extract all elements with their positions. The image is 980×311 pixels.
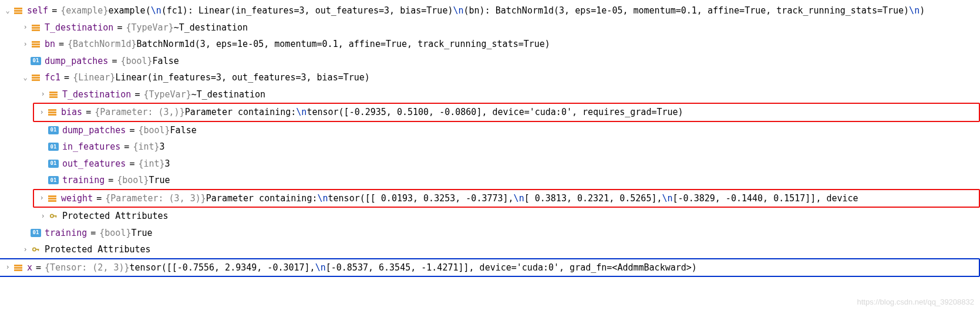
var-x[interactable]: › x = {Tensor: (2, 3)} tensor([[-0.7556,…	[0, 259, 979, 276]
object-icon	[47, 193, 58, 204]
object-icon	[13, 5, 23, 16]
var-value: tensor([[-0.7556, 2.9349, -0.3017],	[130, 259, 315, 276]
var-name: dump_patches	[62, 122, 126, 139]
var-dump-patches[interactable]: 01 dump_patches = {bool} False	[0, 53, 980, 70]
var-value: Parameter containing:	[206, 190, 318, 207]
var-value: 3	[165, 156, 170, 173]
primitive-icon: 01	[48, 176, 59, 184]
var-type: {BatchNorm1d}	[68, 36, 136, 53]
protected-attributes[interactable]: › Protected Attributes	[0, 241, 980, 258]
expand-arrow[interactable]: ›	[36, 106, 47, 119]
esc: \n	[662, 190, 672, 207]
equals: =	[87, 225, 99, 242]
esc: \n	[453, 2, 463, 19]
var-value: )	[920, 2, 925, 19]
var-value: [-0.8537, 6.3545, -1.4271]], device='cud…	[326, 259, 697, 276]
var-bias[interactable]: › bias = {Parameter: (3,)} Parameter con…	[34, 104, 979, 121]
var-fc1-training[interactable]: 01 training = {bool} True	[0, 172, 980, 189]
var-training[interactable]: 01 training = {bool} True	[0, 225, 980, 242]
var-name: T_destination	[62, 86, 131, 103]
object-icon	[31, 22, 41, 33]
var-fc1-tdestination[interactable]: › T_destination = {TypeVar} ~T_destinati…	[0, 86, 980, 103]
equals: =	[93, 190, 105, 207]
var-name: dump_patches	[45, 53, 108, 70]
expand-arrow[interactable]: ›	[20, 38, 31, 51]
var-tdestination[interactable]: › T_destination = {TypeVar} ~T_destinati…	[0, 19, 980, 36]
equals: =	[60, 69, 73, 86]
expand-arrow[interactable]: ›	[2, 261, 13, 274]
var-value: BatchNorm1d(3, eps=1e-05, momentum=0.1, …	[137, 36, 550, 53]
expand-arrow[interactable]: ⌄	[2, 4, 13, 18]
equals: =	[32, 259, 45, 276]
var-in-features[interactable]: 01 in_features = {int} 3	[0, 138, 980, 156]
expand-arrow[interactable]: ›	[20, 243, 31, 256]
primitive-icon: 01	[48, 143, 59, 151]
var-name: fc1	[45, 69, 60, 86]
highlight-x: › x = {Tensor: (2, 3)} tensor([[-0.7556,…	[0, 258, 980, 278]
var-name: in_features	[62, 138, 120, 156]
expand-arrow[interactable]: ›	[20, 21, 31, 34]
equals: =	[131, 86, 143, 103]
object-icon	[13, 262, 23, 273]
var-value: [ 0.3813, 0.2321, 0.5265],	[524, 190, 662, 207]
var-name: x	[27, 259, 32, 276]
var-type: {TypeVar}	[126, 19, 173, 36]
var-name: bn	[45, 36, 55, 53]
expand-arrow[interactable]: ›	[36, 191, 47, 205]
var-self[interactable]: ⌄ self = {example} example( \n (fc1): Li…	[0, 2, 980, 19]
expand-arrow[interactable]: ›	[38, 209, 48, 223]
var-value: True	[149, 172, 170, 189]
var-type: {example}	[60, 2, 108, 19]
esc: \n	[909, 2, 920, 19]
esc: \n	[151, 2, 161, 19]
equals: =	[108, 53, 120, 70]
var-type: {bool}	[138, 122, 170, 139]
highlight-weight: › weight = {Parameter: (3, 3)} Parameter…	[33, 189, 980, 208]
equals: =	[48, 2, 60, 19]
primitive-icon: 01	[31, 57, 41, 65]
var-type: {bool}	[120, 53, 152, 70]
var-name: training	[62, 172, 105, 189]
var-type: {Parameter: (3,)}	[95, 104, 185, 121]
var-type: {Linear}	[73, 69, 115, 86]
esc: \n	[514, 190, 524, 207]
var-type: {int}	[133, 138, 159, 156]
equals: =	[113, 19, 126, 36]
var-name: self	[27, 2, 48, 19]
var-name: bias	[61, 104, 82, 121]
equals: =	[55, 36, 68, 53]
equals: =	[120, 138, 133, 156]
object-icon	[31, 39, 41, 49]
key-icon	[31, 244, 41, 255]
esc: \n	[296, 104, 307, 121]
var-fc1-dump-patches[interactable]: 01 dump_patches = {bool} False	[0, 122, 980, 139]
var-bn[interactable]: › bn = {BatchNorm1d} BatchNorm1d(3, eps=…	[0, 36, 980, 53]
expand-arrow[interactable]: ›	[38, 87, 48, 101]
var-value: example(	[108, 2, 150, 19]
var-value: [-0.3829, -0.1440, 0.1517]], device	[673, 190, 858, 207]
var-fc1[interactable]: ⌄ fc1 = {Linear} Linear(in_features=3, o…	[0, 69, 980, 86]
protected-attributes[interactable]: › Protected Attributes	[0, 208, 980, 225]
object-icon	[31, 72, 41, 83]
label: Protected Attributes	[45, 241, 151, 258]
var-out-features[interactable]: 01 out_features = {int} 3	[0, 156, 980, 173]
var-value: (bn): BatchNorm1d(3, eps=1e-05, momentum…	[464, 2, 910, 19]
var-name: T_destination	[45, 19, 113, 36]
expand-arrow[interactable]: ⌄	[20, 71, 31, 84]
primitive-icon: 01	[48, 160, 59, 168]
var-type: {bool}	[99, 225, 131, 242]
var-weight[interactable]: › weight = {Parameter: (3, 3)} Parameter…	[34, 190, 979, 207]
var-value: Linear(in_features=3, out_features=3, bi…	[115, 69, 369, 86]
var-value: tensor([-0.2935, 0.5100, -0.0860], devic…	[307, 104, 683, 121]
var-value: tensor([[ 0.0193, 0.3253, -0.3773],	[328, 190, 514, 207]
var-value: ~T_destination	[191, 86, 265, 103]
primitive-icon: 01	[31, 229, 41, 237]
var-value: Parameter containing:	[185, 104, 297, 121]
var-type: {TypeVar}	[143, 86, 191, 103]
var-name: weight	[61, 190, 93, 207]
var-value: False	[153, 53, 179, 70]
primitive-icon: 01	[48, 126, 59, 134]
equals: =	[82, 104, 95, 121]
var-name: out_features	[62, 156, 126, 173]
var-name: training	[45, 225, 87, 242]
